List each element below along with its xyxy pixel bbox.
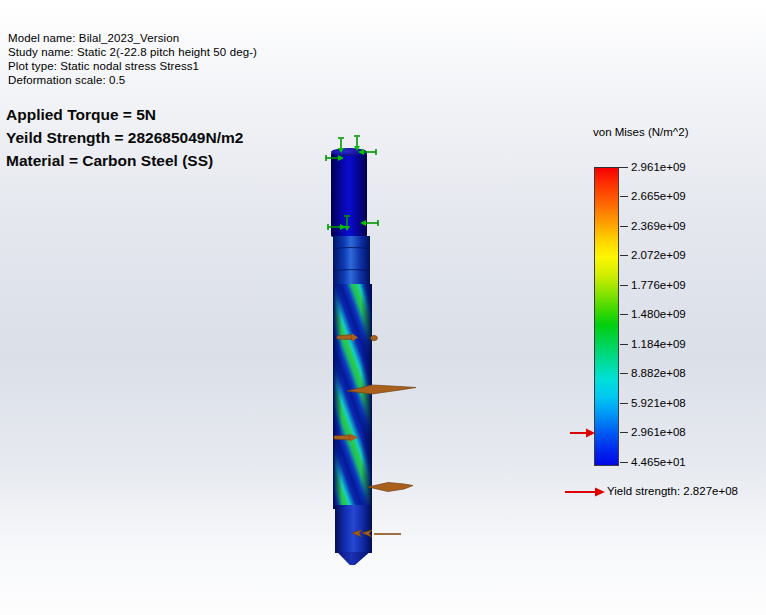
legend-value: 2.369e+09	[631, 220, 709, 232]
fixture-icon	[326, 136, 376, 161]
legend-value: 8.882e+08	[631, 367, 709, 379]
model-symbols-layer	[290, 130, 460, 590]
legend-value: 1.480e+09	[631, 308, 709, 320]
legend-value: 4.465e+01	[631, 456, 709, 468]
yield-arrow-icon	[564, 486, 606, 498]
graphics-viewport[interactable]: Model name: Bilal_2023_Version Study nam…	[0, 0, 766, 615]
legend-value: 2.665e+09	[631, 190, 709, 202]
fixture-icon	[328, 216, 378, 231]
stress-colorbar[interactable]	[594, 167, 619, 466]
legend-value: 5.921e+08	[631, 397, 709, 409]
yield-strength-annotation: Yield strength: 2.827e+08	[607, 485, 738, 497]
legend-pointer-icon	[569, 427, 596, 439]
legend-value: 2.961e+08	[631, 426, 709, 438]
legend-value: 2.961e+09	[631, 161, 709, 173]
torque-arrow-icon	[334, 334, 416, 538]
legend-value: 1.184e+09	[631, 338, 709, 350]
legend-value: 1.776e+09	[631, 279, 709, 291]
legend-value: 2.072e+09	[631, 249, 709, 261]
legend-title: von Mises (N/m^2)	[593, 126, 689, 138]
